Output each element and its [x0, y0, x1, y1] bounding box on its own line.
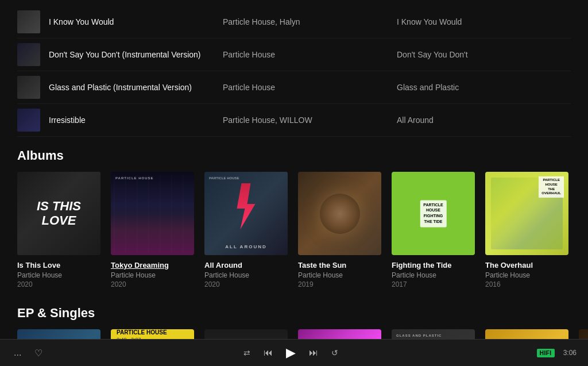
- repeat-icon: ↺: [331, 348, 338, 357]
- ep-cover: [204, 329, 288, 339]
- album-card[interactable]: PARTICLE HOUSE Tokyo Dreaming Particle H…: [111, 172, 194, 288]
- album-card[interactable]: ALL AROUND PARTICLE HOUSE All Around Par…: [204, 172, 288, 288]
- song-thumbnail: [17, 10, 40, 33]
- song-title: I Know You Would: [49, 17, 223, 26]
- songs-list: I Know You Would Particle House, Halyn I…: [17, 6, 571, 137]
- ep-card[interactable]: [204, 329, 288, 339]
- album-name: Fighting the Tide: [392, 261, 475, 269]
- player-bar: ... ♡ ⇄ ⏮ ▶ ⏭ ↺ HIFI 3:06: [0, 339, 588, 366]
- song-album: Glass and Plastic: [397, 83, 571, 92]
- album-artist: Particle House: [298, 271, 381, 279]
- song-title: Glass and Plastic (Instrumental Version): [49, 83, 223, 92]
- song-thumbnail: [17, 109, 40, 132]
- album-name: Tokyo Dreaming: [111, 261, 194, 269]
- album-card[interactable]: PARTICLEHOUSEFIGHTINGTHE TIDE Fighting t…: [392, 172, 475, 288]
- main-content[interactable]: I Know You Would Particle House, Halyn I…: [0, 0, 588, 339]
- song-title: Irresistible: [49, 115, 223, 125]
- song-row[interactable]: Don't Say You Don't (Instrumental Versio…: [17, 38, 571, 71]
- previous-button[interactable]: ⏮: [261, 345, 275, 360]
- ep-cover: PARTICLE HOUSE 2:40 3:07 SCRATCHMY BACK …: [111, 329, 194, 339]
- ep-card[interactable]: PARTICLE HOUSE 2:40 3:07 SCRATCHMY BACK …: [111, 329, 194, 339]
- album-cover: IS THISLOVE: [17, 172, 100, 255]
- heart-icon: ♡: [34, 348, 42, 359]
- song-artist: Particle House: [223, 83, 397, 92]
- heart-button[interactable]: ♡: [32, 345, 45, 361]
- album-cover: ALL AROUND PARTICLE HOUSE: [204, 172, 288, 255]
- next-button[interactable]: ⏭: [307, 345, 320, 360]
- ep-card[interactable]: [298, 329, 381, 339]
- song-artist: Particle House, Halyn: [223, 17, 397, 26]
- albums-section-header: Albums: [17, 148, 571, 163]
- album-year: 2020: [17, 280, 100, 288]
- album-year: 2020: [111, 280, 194, 288]
- album-year: 2016: [485, 280, 568, 288]
- album-year: 2020: [204, 280, 288, 288]
- album-year: 2017: [392, 280, 475, 288]
- album-artist: Particle House: [392, 271, 475, 279]
- album-name: All Around: [204, 261, 288, 269]
- shuffle-button[interactable]: ⇄: [241, 346, 253, 360]
- ep-card[interactable]: GLASS AND PLASTIC PARTICLE HOUSE FT. WIL…: [392, 329, 475, 339]
- album-artist: Particle House: [17, 271, 100, 279]
- album-year: 2019: [298, 280, 381, 288]
- album-name: The Overhaul: [485, 261, 568, 269]
- album-artist: Particle House: [111, 271, 194, 279]
- album-card[interactable]: IS THISLOVE Is This Love Particle House …: [17, 172, 100, 288]
- previous-icon: ⏮: [264, 348, 273, 358]
- player-time: 3:06: [563, 349, 577, 357]
- ep-cover: [485, 329, 568, 339]
- ep-cover: [17, 329, 100, 339]
- hifi-badge: HIFI: [537, 349, 555, 357]
- song-row[interactable]: I Know You Would Particle House, Halyn I…: [17, 6, 571, 38]
- album-cover: PARTICLEHOUSETHEOVERHAUL: [485, 172, 568, 255]
- play-button[interactable]: ▶: [284, 343, 298, 363]
- song-thumbnail: [17, 76, 40, 99]
- album-card[interactable]: PARTICLEHOUSETHEOVERHAUL The Overhaul Pa…: [485, 172, 568, 288]
- ep-singles-section-header: EP & Singles: [17, 306, 571, 321]
- more-options-button[interactable]: ...: [11, 345, 24, 360]
- ep-cover: GLASS AND PLASTIC PARTICLE HOUSE FT. WIL…: [392, 329, 475, 339]
- album-cover: PARTICLEHOUSEFIGHTINGTHE TIDE: [392, 172, 475, 255]
- cover-text: IS THISLOVE: [37, 199, 81, 227]
- ep-card[interactable]: [17, 329, 100, 339]
- album-card[interactable]: Taste the Sun Particle House 2019: [298, 172, 381, 288]
- song-artist: Particle House, WILLOW: [223, 115, 397, 125]
- ep-cover: [298, 329, 381, 339]
- album-cover: [298, 172, 381, 255]
- ep-title-text: PARTICLE HOUSE: [117, 329, 188, 336]
- album-cover: PARTICLE HOUSE: [111, 172, 194, 255]
- play-icon: ▶: [286, 345, 296, 360]
- song-row[interactable]: Glass and Plastic (Instrumental Version)…: [17, 71, 571, 104]
- song-title: Don't Say You Don't (Instrumental Versio…: [49, 50, 223, 59]
- ep-card[interactable]: [485, 329, 568, 339]
- repeat-button[interactable]: ↺: [329, 346, 341, 360]
- next-icon: ⏭: [309, 348, 318, 358]
- cover-label: PARTICLEHOUSEFIGHTINGTHE TIDE: [420, 200, 446, 227]
- song-thumbnail: [17, 43, 40, 66]
- album-artist: Particle House: [485, 271, 568, 279]
- album-name: Is This Love: [17, 261, 100, 269]
- song-album: I Know You Would: [397, 17, 571, 26]
- shuffle-icon: ⇄: [243, 348, 250, 357]
- ep-singles-grid: PARTICLE HOUSE 2:40 3:07 SCRATCHMY BACK …: [17, 329, 571, 339]
- song-artist: Particle House: [223, 50, 397, 59]
- ep-card[interactable]: [579, 329, 588, 339]
- dots-icon: ...: [14, 348, 21, 358]
- ep-cover: [579, 329, 588, 339]
- album-name: Taste the Sun: [298, 261, 381, 269]
- song-album: Don't Say You Don't: [397, 50, 571, 59]
- album-artist: Particle House: [204, 271, 288, 279]
- albums-grid: IS THISLOVE Is This Love Particle House …: [17, 172, 571, 288]
- song-album: All Around: [397, 115, 571, 125]
- song-row[interactable]: Irresistible Particle House, WILLOW All …: [17, 104, 571, 137]
